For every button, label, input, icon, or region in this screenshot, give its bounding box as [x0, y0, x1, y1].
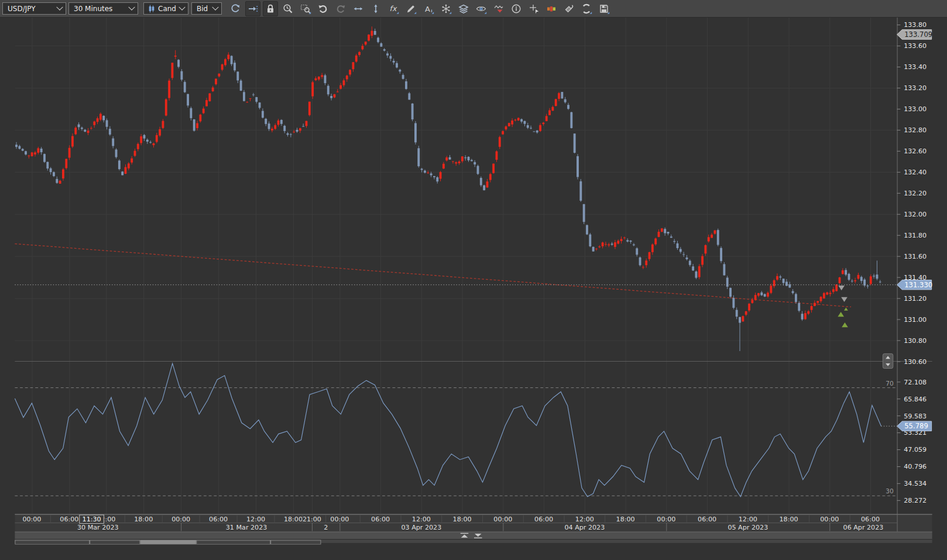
zoom-time-icon [282, 3, 294, 15]
price-tick-label: 133.80 [904, 21, 927, 29]
rsi-tick-label: 40.796 [904, 463, 927, 470]
rsi-tick-label: 59.583 [904, 413, 927, 420]
horizontal-stretch-button[interactable] [351, 1, 366, 16]
chart-type-select-value: Candle [158, 5, 176, 13]
vertical-stretch-button[interactable] [368, 1, 383, 16]
chart-canvas[interactable]: 7030133.80133.60133.40133.20133.00132.80… [0, 18, 947, 560]
panel-strip [15, 532, 932, 540]
bottom-tab[interactable] [140, 540, 196, 544]
price-tick-label: 131.80 [904, 232, 927, 239]
time-tick-label: 18:00 [134, 516, 153, 523]
date-label: 2 [324, 524, 328, 531]
info-button[interactable] [509, 1, 524, 16]
current-price-tag-label: 131.330 [904, 281, 932, 289]
time-tick-label: 06:00 [371, 516, 390, 523]
price-tick-label: 132.40 [904, 169, 927, 176]
zoom-area-button[interactable] [298, 1, 313, 16]
time-tick-label: 12:00 [739, 516, 757, 523]
svg-text:A: A [425, 4, 430, 13]
shapes-icon [440, 3, 452, 15]
indicators-button[interactable]: fx [386, 1, 401, 16]
market-depth-icon [545, 3, 557, 15]
chart-type-select[interactable]: Candle [143, 2, 188, 15]
candle-type-icon [149, 5, 155, 13]
rsi-level-label: 30 [886, 487, 894, 495]
signals-icon [493, 3, 505, 15]
layers-icon [458, 3, 469, 15]
rsi-tick-label: 47.059 [904, 446, 927, 454]
shapes-button[interactable] [438, 1, 454, 16]
undo-button[interactable] [315, 1, 331, 16]
time-tick-label: 18:00 [284, 516, 303, 523]
chart-toolbar: USD/JPY 30 Minutes Candle Bid fxA [0, 0, 947, 18]
time-crosshair-label: 11:30 [83, 516, 101, 523]
date-label: 31 Mar 2023 [226, 524, 267, 531]
brush-icon [563, 3, 575, 15]
vertical-stretch-icon [370, 3, 382, 15]
horizontal-stretch-icon [352, 3, 364, 15]
date-label: 06 Apr 2023 [843, 524, 884, 531]
pane-resize-button[interactable] [883, 353, 893, 368]
time-tick-label: 06:00 [861, 516, 880, 523]
price-tick-label: 131.00 [904, 316, 927, 324]
refresh-button[interactable] [228, 1, 243, 16]
price-tick-label: 131.60 [904, 253, 927, 260]
sync-button[interactable] [579, 1, 594, 16]
zoom-area-icon [300, 3, 311, 15]
time-tick-label: 06:00 [534, 516, 553, 523]
time-tick-label: 12:00 [412, 516, 431, 523]
auto-shift-icon [247, 3, 259, 15]
redo-button[interactable] [333, 1, 348, 16]
time-tick-label: 12:00 [246, 516, 265, 523]
price-tick-label: 131.20 [904, 295, 927, 303]
rsi-tick-label: 28.272 [904, 497, 927, 504]
view-button[interactable] [474, 1, 489, 16]
lock-icon [265, 3, 276, 15]
indicators-icon: fx [387, 3, 399, 15]
chevron-down-icon [179, 4, 185, 10]
price-tick-label: 132.60 [904, 147, 927, 155]
rsi-tick-label: 34.534 [904, 480, 927, 487]
time-tick-label: 18:00 [780, 516, 798, 523]
symbol-select[interactable]: USD/JPY [2, 2, 66, 15]
price-tick-label: 132.20 [904, 190, 927, 197]
time-tick-label: 06:00 [60, 516, 78, 523]
text-tool-button[interactable]: A [421, 1, 436, 16]
symbol-select-value: USD/JPY [8, 5, 54, 13]
text-tool-icon: A [423, 3, 434, 15]
timeframe-select[interactable]: 30 Minutes [68, 2, 138, 15]
trading-chart-window: USD/JPY 30 Minutes Candle Bid fxA [0, 0, 947, 560]
brush-button[interactable] [561, 1, 577, 16]
draw-icon [405, 3, 417, 15]
signals-button[interactable] [491, 1, 506, 16]
time-tick-label: 00:00 [22, 516, 41, 523]
time-tick-label: 00:00 [657, 516, 675, 523]
price-type-select[interactable]: Bid [191, 2, 222, 15]
price-type-select-value: Bid [197, 5, 210, 13]
auto-shift-button[interactable] [245, 1, 260, 16]
market-depth-button[interactable] [544, 1, 559, 16]
time-tick-label: 06:00 [209, 516, 228, 523]
chevron-down-icon [56, 4, 63, 10]
lock-button[interactable] [263, 1, 278, 16]
zoom-time-button[interactable] [280, 1, 296, 16]
chevron-down-icon [212, 4, 218, 10]
time-tick-label: 18:00 [453, 516, 472, 523]
save-button[interactable] [596, 1, 612, 16]
rsi-tick-label: 65.846 [904, 396, 927, 403]
info-icon [510, 3, 522, 15]
layers-button[interactable] [456, 1, 471, 16]
crosshair-button[interactable] [526, 1, 541, 16]
time-tick-label: 00:00 [820, 516, 839, 523]
time-tick-label: 00:00 [493, 516, 512, 523]
toolbar-icon-buttons: fxA [228, 1, 614, 16]
date-label: 30 Mar 2023 [77, 524, 119, 531]
view-icon [475, 3, 487, 15]
sync-icon [581, 3, 592, 15]
rsi-value-tag-label: 55.789 [904, 422, 928, 430]
price-tick-label: 133.60 [904, 42, 927, 50]
draw-button[interactable] [403, 1, 418, 16]
price-tick-label: 130.80 [904, 337, 927, 345]
refresh-icon [229, 3, 241, 15]
price-tick-label: 133.40 [904, 63, 927, 71]
